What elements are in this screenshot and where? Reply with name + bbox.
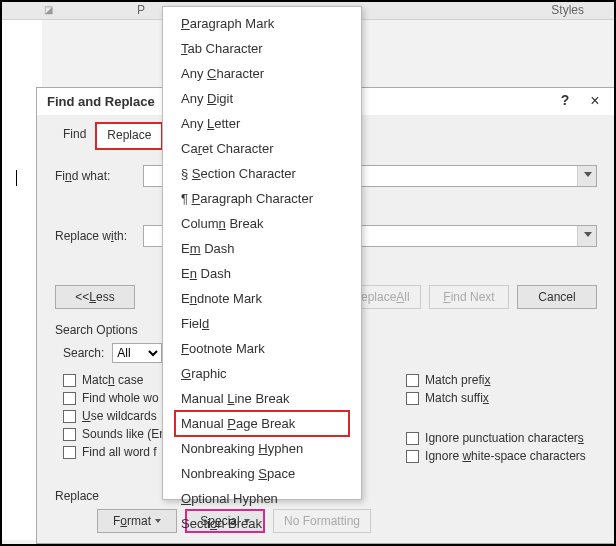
- menu-item-em-dash[interactable]: Em Dash: [163, 236, 361, 261]
- check-whole-words[interactable]: Find whole wo: [63, 391, 166, 405]
- menu-item-any-digit[interactable]: Any Digit: [163, 86, 361, 111]
- less-button[interactable]: << Less: [55, 285, 135, 309]
- cancel-button[interactable]: Cancel: [517, 285, 597, 309]
- check-match-prefix[interactable]: Match prefix: [406, 373, 586, 387]
- replace-section-label: Replace: [55, 489, 99, 503]
- check-ignore-punctuation[interactable]: Ignore punctuation characters: [406, 431, 586, 445]
- menu-item-field[interactable]: Field: [163, 311, 361, 336]
- tab-replace[interactable]: Replace: [96, 123, 162, 149]
- menu-item-manual-page-break[interactable]: Manual Page Break: [175, 411, 349, 436]
- menu-item-section-break[interactable]: Section Break: [163, 511, 361, 536]
- search-direction-select[interactable]: All: [112, 343, 162, 363]
- menu-item-nonbreaking-hyphen[interactable]: Nonbreaking Hyphen: [163, 436, 361, 461]
- search-direction-label: Search:: [63, 346, 104, 360]
- menu-item-paragraph-character[interactable]: ¶ Paragraph Character: [163, 186, 361, 211]
- menu-item-manual-line-break[interactable]: Manual Line Break: [163, 386, 361, 411]
- check-wildcards[interactable]: Use wildcards: [63, 409, 166, 423]
- ribbon-styles-label: Styles: [551, 3, 584, 17]
- find-next-button[interactable]: Find Next: [429, 285, 509, 309]
- text-cursor: [16, 170, 17, 186]
- find-what-label: Find what:: [55, 169, 135, 183]
- menu-item-nonbreaking-space[interactable]: Nonbreaking Space: [163, 461, 361, 486]
- replace-with-label: Replace with:: [55, 229, 135, 243]
- menu-item-paragraph-mark[interactable]: Paragraph Mark: [163, 11, 361, 36]
- menu-item-footnote-mark[interactable]: Footnote Mark: [163, 336, 361, 361]
- tab-find[interactable]: Find: [53, 123, 96, 149]
- menu-item-white-space[interactable]: White Space: [163, 536, 361, 546]
- check-all-word-forms[interactable]: Find all word f: [63, 445, 166, 459]
- menu-item-tab-character[interactable]: Tab Character: [163, 36, 361, 61]
- menu-item-section-character[interactable]: § Section Character: [163, 161, 361, 186]
- check-match-suffix[interactable]: Match suffix: [406, 391, 586, 405]
- menu-item-column-break[interactable]: Column Break: [163, 211, 361, 236]
- menu-item-en-dash[interactable]: En Dash: [163, 261, 361, 286]
- help-button[interactable]: ?: [555, 92, 575, 112]
- dialog-launcher-icon[interactable]: ◪: [44, 4, 53, 15]
- check-ignore-whitespace[interactable]: Ignore white-space characters: [406, 449, 586, 463]
- check-match-case[interactable]: Match case: [63, 373, 166, 387]
- menu-item-any-character[interactable]: Any Character: [163, 61, 361, 86]
- close-button[interactable]: ×: [585, 92, 605, 112]
- ribbon-group-label: P: [137, 3, 145, 17]
- menu-item-graphic[interactable]: Graphic: [163, 361, 361, 386]
- menu-item-any-letter[interactable]: Any Letter: [163, 111, 361, 136]
- special-menu: Paragraph MarkTab CharacterAny Character…: [162, 6, 362, 500]
- options-right-column: Match prefix Match suffix Ignore punctua…: [406, 373, 586, 463]
- menu-item-endnote-mark[interactable]: Endnote Mark: [163, 286, 361, 311]
- options-left-column: Match case Find whole wo Use wildcards S…: [63, 373, 166, 463]
- menu-item-caret-character[interactable]: Caret Character: [163, 136, 361, 161]
- menu-item-optional-hyphen[interactable]: Optional Hyphen: [163, 486, 361, 511]
- check-sounds-like[interactable]: Sounds like (En: [63, 427, 166, 441]
